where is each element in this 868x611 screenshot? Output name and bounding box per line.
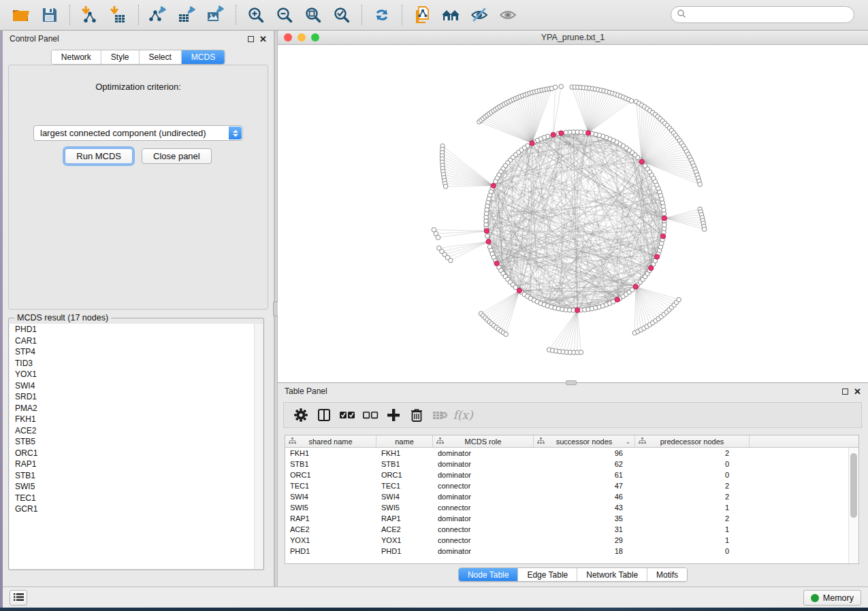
toolbar-separator — [236, 5, 236, 25]
show-details-eye-icon[interactable] — [496, 3, 519, 27]
add-icon[interactable] — [383, 406, 404, 425]
mcds-result-item[interactable]: FKH1 — [10, 414, 263, 425]
column-header-name[interactable]: name — [376, 435, 433, 447]
table-scrollbar[interactable] — [848, 448, 858, 563]
mcds-result-item[interactable]: CAR1 — [10, 335, 263, 347]
table-column-icon — [289, 437, 296, 446]
mcds-result-item[interactable]: RAP1 — [10, 459, 263, 470]
cell-successor: 43 — [534, 502, 635, 513]
mcds-result-item[interactable]: TEC1 — [10, 493, 263, 504]
control-panel-title: Control Panel — [10, 34, 59, 44]
clone-network-icon[interactable] — [411, 3, 434, 27]
node-table-header: shared namenameMCDS rolesuccessor nodes⌄… — [285, 435, 858, 448]
tab-select[interactable]: Select — [139, 50, 181, 64]
cell-successor: 18 — [534, 546, 635, 557]
tab-style[interactable]: Style — [101, 50, 139, 64]
task-history-button[interactable] — [10, 590, 27, 606]
trash-icon[interactable] — [406, 406, 427, 425]
mcds-result-item[interactable]: YOX1 — [10, 369, 263, 380]
table-column-icon — [436, 437, 444, 446]
table-row[interactable]: TEC1TEC1connector472 — [285, 480, 858, 491]
tab-network-table[interactable]: Network Table — [577, 568, 647, 581]
network-canvas[interactable] — [278, 45, 867, 382]
cell-predecessor: 2 — [635, 480, 750, 491]
table-row[interactable]: FKH1FKH1dominator962 — [285, 448, 858, 459]
tab-node-table[interactable]: Node Table — [459, 568, 518, 581]
import-table-icon[interactable] — [107, 3, 130, 27]
column-header-shared-name[interactable]: shared name — [285, 435, 376, 447]
houses-icon[interactable] — [439, 3, 462, 27]
search-input[interactable] — [671, 6, 854, 23]
mcds-result-item[interactable]: ORC1 — [10, 448, 263, 459]
mcds-result-item[interactable]: TID3 — [10, 358, 263, 369]
search-icon — [677, 9, 686, 20]
tab-mcds[interactable]: MCDS — [181, 50, 225, 64]
save-icon[interactable] — [38, 3, 61, 27]
zoom-out-icon[interactable] — [273, 3, 296, 27]
cell-successor: 31 — [534, 524, 635, 535]
result-list-scrollbar[interactable] — [254, 324, 263, 569]
mcds-result-item[interactable]: STP4 — [10, 346, 263, 358]
mcds-result-item[interactable]: GCR1 — [10, 503, 263, 515]
delete-table-icon[interactable] — [430, 406, 450, 425]
table-row[interactable]: SWI4SWI4dominator462 — [285, 491, 858, 502]
mcds-result-item[interactable]: STB1 — [10, 470, 263, 482]
mcds-result-item[interactable]: SRD1 — [10, 391, 263, 403]
toolbar-separator — [402, 5, 402, 25]
tab-motifs[interactable]: Motifs — [647, 568, 687, 581]
table-row[interactable]: YOX1YOX1connector291 — [285, 535, 858, 546]
float-panel-icon[interactable] — [248, 36, 254, 42]
mcds-result-groupbox: MCDS result (17 nodes) PHD1CAR1STP4TID3Y… — [8, 318, 264, 570]
export-table-icon[interactable] — [176, 3, 199, 27]
mcds-result-item[interactable]: SWI5 — [10, 481, 263, 493]
close-table-panel-icon[interactable]: ✕ — [854, 389, 861, 395]
sort-indicator-icon[interactable]: ⌄ — [625, 438, 630, 445]
export-network-icon[interactable] — [147, 3, 170, 27]
run-mcds-button[interactable]: Run MCDS — [65, 148, 133, 164]
tab-network[interactable]: Network — [52, 50, 101, 64]
cell-mcds_role: connector — [433, 480, 534, 491]
function-builder-icon[interactable]: f(x) — [453, 406, 473, 425]
cell-name: SWI5 — [376, 502, 433, 513]
close-panel-button[interactable]: Close panel — [142, 148, 212, 164]
table-panel-title: Table Panel — [285, 386, 327, 396]
hide-details-eye-icon[interactable] — [468, 3, 491, 27]
table-row[interactable]: ACE2ACE2connector311 — [285, 524, 858, 535]
main-toolbar — [0, 0, 868, 31]
gear-icon[interactable] — [291, 406, 311, 425]
mcds-result-item[interactable]: PMA2 — [10, 403, 263, 414]
table-row[interactable]: STB1STB1dominator620 — [285, 459, 858, 469]
horizontal-splitter-handle[interactable] — [566, 380, 577, 385]
table-row[interactable]: PHD1PHD1dominator180 — [285, 546, 858, 557]
select-all-icon[interactable] — [337, 406, 357, 425]
cell-shared_name: YOX1 — [285, 535, 376, 546]
column-icon[interactable] — [314, 406, 334, 425]
table-scrollbar-thumb[interactable] — [850, 453, 857, 518]
mcds-result-list[interactable]: PHD1CAR1STP4TID3YOX1SWI4SRD1PMA2FKH1ACE2… — [10, 324, 263, 569]
deselect-all-icon[interactable] — [360, 406, 381, 425]
refresh-icon[interactable] — [370, 3, 393, 27]
mcds-result-item[interactable]: SWI4 — [10, 380, 263, 392]
table-row[interactable]: RAP1RAP1dominator352 — [285, 513, 858, 524]
zoom-fit-icon[interactable] — [302, 3, 325, 27]
memory-button[interactable]: Memory — [803, 590, 861, 606]
close-panel-icon[interactable]: ✕ — [259, 36, 267, 42]
table-row[interactable]: SWI5SWI5connector431 — [285, 502, 858, 513]
mcds-result-item[interactable]: PHD1 — [10, 324, 263, 335]
import-network-icon[interactable] — [78, 3, 101, 27]
open-folder-icon[interactable] — [10, 3, 33, 27]
column-header-predecessor-nodes[interactable]: predecessor nodes — [635, 435, 750, 447]
network-window-titlebar[interactable]: YPA_prune.txt_1 — [278, 31, 868, 45]
tab-edge-table[interactable]: Edge Table — [517, 568, 577, 581]
float-table-panel-icon[interactable] — [842, 389, 848, 395]
cell-name: ORC1 — [376, 469, 433, 480]
column-header-successor-nodes[interactable]: successor nodes⌄ — [534, 435, 635, 447]
table-row[interactable]: ORC1ORC1dominator610 — [285, 469, 858, 480]
zoom-in-icon[interactable] — [244, 3, 268, 27]
column-header-MCDS-role[interactable]: MCDS role — [433, 435, 534, 447]
criterion-dropdown[interactable]: largest connected component (undirected) — [33, 125, 243, 141]
mcds-result-item[interactable]: ACE2 — [10, 425, 263, 437]
export-image-icon[interactable] — [204, 3, 227, 27]
mcds-result-item[interactable]: STB5 — [10, 436, 263, 448]
zoom-selected-icon[interactable] — [330, 3, 353, 27]
